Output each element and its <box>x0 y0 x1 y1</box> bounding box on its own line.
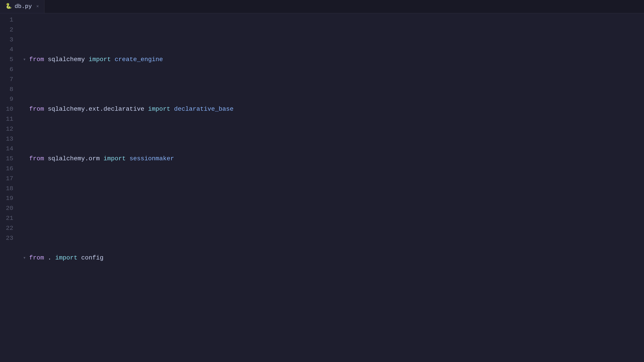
python-file-icon: 🐍 <box>5 2 12 11</box>
line-num-20: 20 <box>4 204 13 214</box>
tab-close-button[interactable]: × <box>36 3 39 10</box>
code-line-4 <box>23 204 644 214</box>
line-numbers: 1 2 3 4 5 6 7 8 9 10 11 12 13 14 15 16 1… <box>0 13 18 362</box>
line-num-17: 17 <box>4 174 13 184</box>
line-num-9: 9 <box>4 94 13 104</box>
code-line-2: from sqlalchemy.ext.declarative import d… <box>23 104 644 114</box>
line-num-21: 21 <box>4 214 13 223</box>
code-line-7 <box>23 352 644 362</box>
code-line-1: ▾from sqlalchemy import create_engine <box>23 55 644 65</box>
line-num-4: 4 <box>4 45 13 55</box>
code-line-5: ▾from . import config <box>23 253 644 263</box>
code-editor[interactable]: ▾from sqlalchemy import create_engine fr… <box>18 13 644 362</box>
line-num-3: 3 <box>4 35 13 45</box>
line-num-7: 7 <box>4 75 13 85</box>
line-num-12: 12 <box>4 124 13 134</box>
line-num-15: 15 <box>4 154 13 164</box>
fold-5[interactable]: ▾ <box>23 254 29 262</box>
line-num-8: 8 <box>4 85 13 95</box>
tab-bar: 🐍 db.py × <box>0 0 644 13</box>
line-num-22: 22 <box>4 223 13 233</box>
line-num-18: 18 <box>4 184 13 194</box>
line-num-23: 23 <box>4 233 13 243</box>
line-num-2: 2 <box>4 25 13 35</box>
tab-label: db.py <box>14 2 32 11</box>
line-num-19: 19 <box>4 194 13 204</box>
line-num-6: 6 <box>4 65 13 75</box>
code-line-6 <box>23 303 644 313</box>
line-num-10: 10 <box>4 104 13 114</box>
line-num-16: 16 <box>4 164 13 174</box>
line-num-13: 13 <box>4 134 13 144</box>
line-num-5: 5 <box>4 55 13 65</box>
line-num-14: 14 <box>4 144 13 154</box>
tab-db-py[interactable]: 🐍 db.py × <box>0 0 44 13</box>
code-line-3: from sqlalchemy.orm import sessionmaker <box>23 154 644 164</box>
line-num-11: 11 <box>4 114 13 124</box>
editor-container: 1 2 3 4 5 6 7 8 9 10 11 12 13 14 15 16 1… <box>0 13 644 362</box>
line-num-1: 1 <box>4 15 13 25</box>
fold-1[interactable]: ▾ <box>23 56 29 64</box>
